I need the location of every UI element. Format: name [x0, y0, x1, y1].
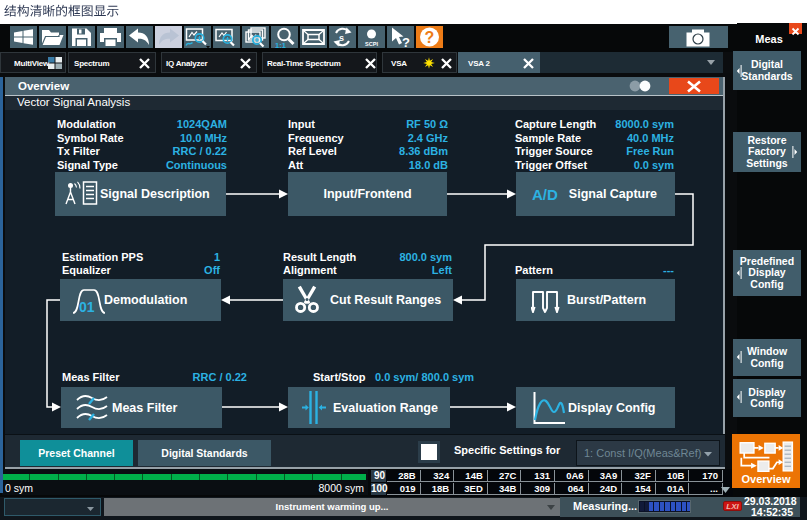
svg-text:SCPI: SCPI	[365, 41, 378, 47]
svg-text:1:1: 1:1	[275, 41, 286, 49]
svg-text:?: ?	[425, 29, 435, 46]
svg-text:?: ?	[402, 35, 410, 48]
svg-text:s: s	[339, 33, 344, 43]
